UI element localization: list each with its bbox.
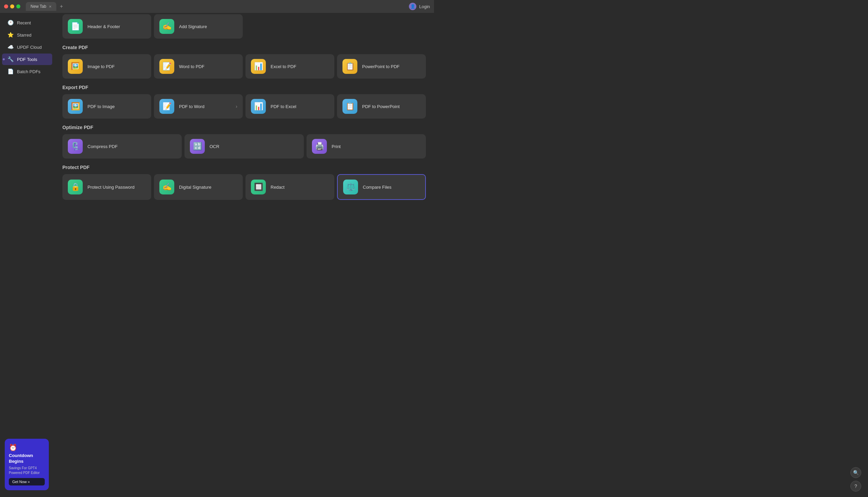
section-title-create-pdf: Create PDF (63, 45, 426, 50)
sidebar: 🕐 Recent ⭐ Starred ☁️ UPDF Cloud 🔧 PDF T… (0, 13, 54, 248)
recent-icon: 🕐 (8, 20, 14, 26)
ppt-to-pdf-icon: 📋 (343, 59, 357, 74)
compare-files-icon: ⚖️ (343, 180, 358, 195)
tool-label: Compress PDF (87, 144, 118, 149)
titlebar: New Tab ✕ + 👤 Login (0, 0, 434, 13)
tool-card-redact[interactable]: 🔲 Redact (246, 174, 334, 200)
cloud-icon: ☁️ (8, 44, 14, 50)
optimize-pdf-grid: 🗜️ Compress PDF 🔡 OCR 🖨️ Print (63, 134, 426, 158)
tool-card-protect-password[interactable]: 🔒 Protect Using Password (63, 174, 151, 200)
tool-card-print[interactable]: 🖨️ Print (306, 134, 426, 158)
sidebar-item-label: Batch PDFs (17, 69, 40, 74)
tool-label: PowerPoint to PDF (362, 64, 400, 69)
redact-icon: 🔲 (251, 180, 266, 195)
tool-label: PDF to Image (87, 104, 114, 109)
maximize-button[interactable] (16, 4, 20, 9)
tab-close-icon[interactable]: ✕ (49, 5, 52, 9)
tool-label: Word to PDF (179, 64, 205, 69)
tool-card-image-to-pdf[interactable]: 🖼️ Image to PDF (63, 54, 151, 79)
protect-password-icon: 🔒 (68, 180, 83, 195)
export-pdf-grid: 🖼️ PDF to Image 📝 PDF to Word › 📊 PDF to… (63, 94, 426, 118)
digital-signature-icon: ✍️ (160, 180, 174, 195)
sidebar-item-updf-cloud[interactable]: ☁️ UPDF Cloud (2, 41, 52, 53)
pdf-to-excel-icon: 📊 (251, 99, 266, 114)
tool-label: Protect Using Password (87, 185, 135, 190)
avatar: 👤 (409, 3, 416, 10)
pdf-to-word-icon: 📝 (160, 99, 174, 114)
add-signature-icon: ✍️ (160, 19, 174, 34)
sidebar-item-recent[interactable]: 🕐 Recent (2, 17, 52, 28)
traffic-lights (4, 4, 20, 9)
tools-icon: 🔧 (8, 56, 14, 62)
sidebar-item-label: PDF Tools (17, 57, 37, 62)
tool-card-word-to-pdf[interactable]: 📝 Word to PDF (154, 54, 243, 79)
sidebar-item-batch-pdfs[interactable]: 📄 Batch PDFs (2, 66, 52, 77)
titlebar-right: 👤 Login (409, 3, 430, 10)
section-title-protect-pdf: Protect PDF (63, 165, 426, 170)
protect-pdf-grid: 🔒 Protect Using Password ✍️ Digital Sign… (63, 174, 426, 200)
create-pdf-grid: 🖼️ Image to PDF 📝 Word to PDF 📊 Excel to… (63, 54, 426, 79)
tool-card-add-signature[interactable]: ✍️ Add Signature (154, 14, 243, 39)
batch-icon: 📄 (8, 68, 14, 74)
sidebar-item-starred[interactable]: ⭐ Starred (2, 29, 52, 41)
add-tab-button[interactable]: + (58, 3, 65, 10)
tool-card-header-footer[interactable]: 📄 Header & Footer (63, 14, 151, 39)
tool-label: PDF to PowerPoint (362, 104, 400, 109)
arrow-icon: › (236, 104, 237, 109)
top-partial-row: 📄 Header & Footer ✍️ Add Signature (63, 14, 426, 39)
excel-to-pdf-icon: 📊 (251, 59, 266, 74)
compress-icon: 🗜️ (68, 139, 83, 154)
tool-card-digital-signature[interactable]: ✍️ Digital Signature (154, 174, 243, 200)
tool-card-pdf-to-word[interactable]: 📝 PDF to Word › (154, 94, 243, 118)
section-title-export-pdf: Export PDF (63, 85, 426, 90)
tool-card-pdf-to-excel[interactable]: 📊 PDF to Excel (246, 94, 334, 118)
login-label[interactable]: Login (419, 4, 430, 9)
tool-card-compress-pdf[interactable]: 🗜️ Compress PDF (63, 134, 182, 158)
sidebar-item-label: Starred (17, 32, 31, 38)
active-dot (3, 58, 5, 60)
print-icon: 🖨️ (312, 139, 327, 154)
tool-label: PDF to Excel (271, 104, 297, 109)
tool-label: Header & Footer (87, 24, 120, 29)
tab-bar: New Tab ✕ + (26, 2, 65, 11)
tool-label: Compare Files (363, 185, 391, 190)
word-to-pdf-icon: 📝 (160, 59, 174, 74)
tool-label: PDF to Word (179, 104, 205, 109)
tool-card-ocr[interactable]: 🔡 OCR (184, 134, 304, 158)
close-button[interactable] (4, 4, 8, 9)
image-to-pdf-icon: 🖼️ (68, 59, 83, 74)
sidebar-item-label: UPDF Cloud (17, 45, 42, 50)
tool-label: OCR (209, 144, 219, 149)
pdf-to-image-icon: 🖼️ (68, 99, 83, 114)
pdf-to-ppt-icon: 📋 (343, 99, 357, 114)
section-title-optimize-pdf: Optimize PDF (63, 125, 426, 130)
ocr-icon: 🔡 (190, 139, 205, 154)
tool-label: Redact (271, 185, 285, 190)
tool-label: Excel to PDF (271, 64, 297, 69)
content-area: 📄 Header & Footer ✍️ Add Signature Creat… (54, 13, 434, 248)
star-icon: ⭐ (8, 32, 14, 38)
tool-label: Digital Signature (179, 185, 211, 190)
tool-card-ppt-to-pdf[interactable]: 📋 PowerPoint to PDF (337, 54, 426, 79)
sidebar-item-label: Recent (17, 20, 31, 25)
sidebar-item-pdf-tools[interactable]: 🔧 PDF Tools (2, 54, 52, 65)
tool-card-pdf-to-image[interactable]: 🖼️ PDF to Image (63, 94, 151, 118)
tool-label: Print (332, 144, 341, 149)
minimize-button[interactable] (10, 4, 14, 9)
tool-card-excel-to-pdf[interactable]: 📊 Excel to PDF (246, 54, 334, 79)
header-footer-icon: 📄 (68, 19, 83, 34)
tool-card-pdf-to-ppt[interactable]: 📋 PDF to PowerPoint (337, 94, 426, 118)
tool-label: Image to PDF (87, 64, 114, 69)
tool-label: Add Signature (179, 24, 207, 29)
tab-label: New Tab (30, 4, 46, 9)
main-layout: 🕐 Recent ⭐ Starred ☁️ UPDF Cloud 🔧 PDF T… (0, 13, 434, 248)
tool-card-compare-files[interactable]: ⚖️ Compare Files (337, 174, 426, 200)
new-tab[interactable]: New Tab ✕ (26, 2, 56, 11)
